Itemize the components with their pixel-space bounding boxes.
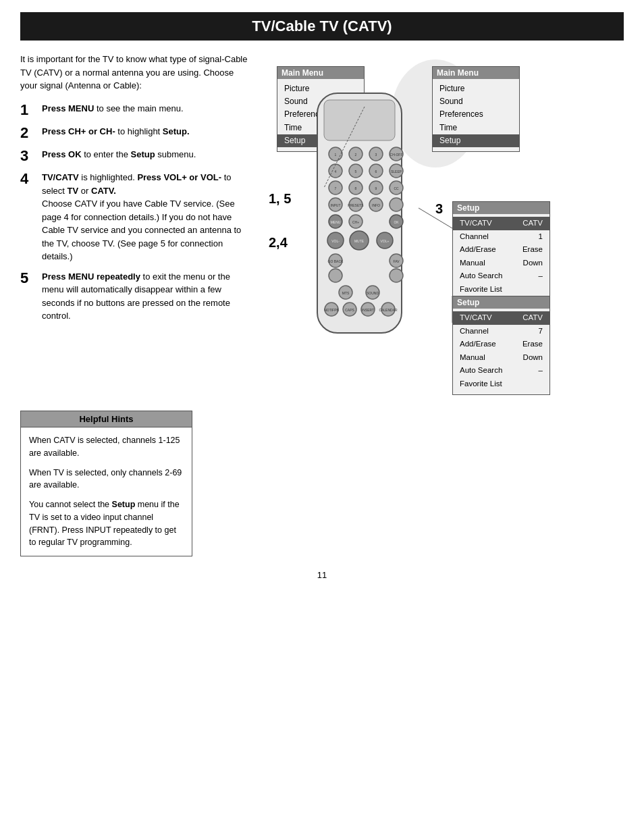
helpful-hints-title: Helpful Hints [21, 411, 192, 427]
setup-row-favoritelist-2: Favorite List [460, 377, 543, 391]
setup-row-favoritelist-1: Favorite List [460, 283, 543, 296]
remote-control: 1 2 3 CH-OFF 4 5 6 SLEEP 7 8 9 CC INPUT … [300, 86, 419, 352]
svg-text:MTS: MTS [342, 291, 350, 295]
step-5: 5 Press MENU repeatedly to exit the menu… [20, 270, 250, 323]
setup-row-autosearch-1: Auto Search– [460, 269, 543, 283]
step-number-5: 5 [20, 270, 35, 286]
right-column: Main Menu Picture Sound Preferences Time… [263, 53, 624, 377]
setup-box-2: Setup TV/CATVCATV Channel7 Add/EraseEras… [452, 296, 550, 395]
helpful-hints-content: When CATV is selected, channels 1-125 ar… [21, 427, 192, 556]
svg-text:CALENDAR: CALENDAR [379, 308, 398, 312]
svg-point-27 [390, 269, 403, 282]
left-column: It is important for the TV to know what … [20, 53, 250, 377]
svg-text:PRESETS: PRESETS [348, 203, 364, 207]
svg-text:NOTIFPB: NOTIFPB [324, 308, 339, 312]
menu-item-picture-2: Picture [439, 82, 512, 95]
step-2: 2 Press CH+ or CH- to highlight Setup. [20, 125, 250, 141]
step-text-1: Press MENU to see the main menu. [42, 102, 184, 115]
svg-text:CH-OFF: CH-OFF [390, 153, 403, 157]
step-text-4: TV/CATV is highlighted. Press VOL+ or VO… [42, 171, 250, 263]
step-4: 4 TV/CATV is highlighted. Press VOL+ or … [20, 171, 250, 263]
svg-text:INFO: INFO [372, 203, 380, 207]
step-number-3: 3 [20, 148, 35, 164]
step-text-5: Press MENU repeatedly to exit the menu o… [42, 270, 250, 323]
setup-row-autosearch-2: Auto Search– [460, 364, 543, 377]
step-number-4: 4 [20, 171, 35, 187]
setup-row-channel-1: Channel1 [460, 230, 543, 244]
svg-text:7: 7 [335, 186, 337, 190]
setup-box-title-1: Setup [453, 202, 549, 214]
menu-item-time-2: Time [439, 122, 512, 134]
svg-text:INSERT: INSERT [362, 308, 374, 312]
svg-text:INPUT: INPUT [331, 203, 341, 207]
svg-text:CH+: CH+ [352, 220, 359, 224]
diagram-label-15: 1, 5 [269, 191, 291, 207]
svg-text:5: 5 [355, 170, 357, 174]
step-number-1: 1 [20, 102, 35, 118]
step-list: 1 Press MENU to see the main menu. 2 Pre… [20, 102, 250, 323]
svg-text:OK: OK [394, 220, 399, 224]
svg-text:8: 8 [355, 186, 357, 190]
main-menu-title-2: Main Menu [433, 67, 519, 79]
diagram-label-3: 3 [435, 201, 443, 217]
svg-text:SOUND: SOUND [367, 291, 379, 295]
svg-text:1: 1 [335, 153, 337, 157]
step-number-2: 2 [20, 125, 35, 141]
hint-2: When TV is selected, only channels 2-69 … [29, 467, 184, 492]
svg-text:VOL-: VOL- [331, 239, 340, 243]
bottom-section: Helpful Hints When CATV is selected, cha… [0, 390, 644, 556]
hint-3: You cannot select the Setup menu if the … [29, 498, 184, 549]
svg-text:CAPS: CAPS [345, 308, 354, 312]
step-3: 3 Press OK to enter the Setup submenu. [20, 148, 250, 164]
setup-row-adderase-1: Add/EraseErase [460, 243, 543, 257]
step-1: 1 Press MENU to see the main menu. [20, 102, 250, 118]
setup-row-tvcatv-2: TV/CATVCATV [453, 311, 549, 325]
main-menu-title-1: Main Menu [277, 67, 364, 79]
menu-item-sound-2: Sound [439, 95, 512, 108]
step-text-2: Press CH+ or CH- to highlight Setup. [42, 125, 190, 138]
svg-point-17 [390, 198, 403, 211]
setup-box-title-2: Setup [453, 296, 549, 309]
svg-point-26 [329, 269, 342, 282]
step-text-3: Press OK to enter the Setup submenu. [42, 148, 196, 161]
svg-text:9: 9 [375, 186, 377, 190]
page-number: 11 [0, 556, 644, 587]
svg-text:6: 6 [375, 170, 377, 174]
svg-text:CC: CC [394, 186, 399, 190]
page-title: TV/Cable TV (CATV) [20, 12, 624, 41]
svg-text:GO BACK: GO BACK [328, 259, 344, 263]
svg-text:2: 2 [355, 153, 357, 157]
svg-text:FAV: FAV [393, 259, 400, 263]
intro-text: It is important for the TV to know what … [20, 53, 250, 93]
hint-1: When CATV is selected, channels 1-125 ar… [29, 434, 184, 460]
setup-row-channel-2: Channel7 [460, 325, 543, 338]
svg-text:SLEEP: SLEEP [391, 170, 402, 174]
svg-rect-1 [324, 100, 395, 140]
setup-row-manual-2: ManualDown [460, 351, 543, 365]
main-menu-box-2: Main Menu Picture Sound Preferences Time… [432, 66, 520, 152]
diagram-label-24: 2,4 [269, 235, 288, 251]
setup-box-1: Setup TV/CATVCATV Channel1 Add/EraseEras… [452, 201, 550, 301]
menu-item-setup-2: Setup [433, 134, 519, 147]
helpful-hints-box: Helpful Hints When CATV is selected, cha… [20, 411, 192, 556]
setup-row-manual-1: ManualDown [460, 257, 543, 270]
svg-text:VOL+: VOL+ [381, 239, 390, 243]
setup-row-adderase-2: Add/EraseErase [460, 338, 543, 351]
setup-row-tvcatv-1: TV/CATVCATV [453, 217, 549, 230]
menu-item-preferences-2: Preferences [439, 108, 512, 121]
svg-text:4: 4 [335, 170, 337, 174]
remote-svg: 1 2 3 CH-OFF 4 5 6 SLEEP 7 8 9 CC INPUT … [300, 86, 419, 350]
svg-text:MUTE: MUTE [354, 239, 365, 243]
svg-text:3: 3 [375, 153, 377, 157]
svg-text:MENU: MENU [331, 220, 341, 224]
